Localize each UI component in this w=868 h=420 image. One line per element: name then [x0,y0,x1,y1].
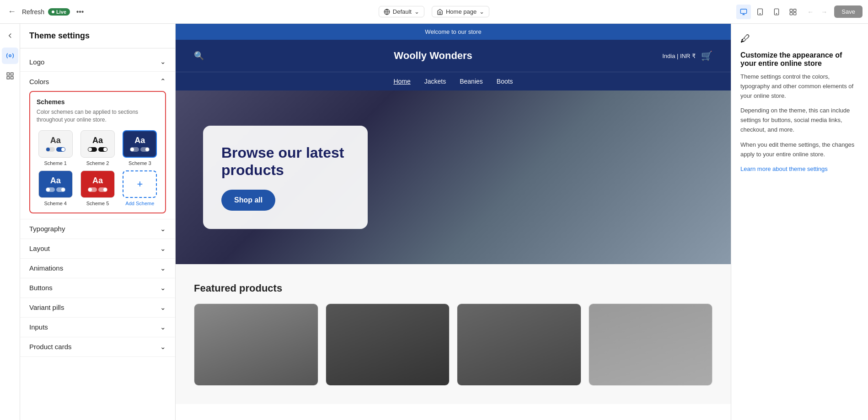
schemes-grid: Aa Scheme 1 [37,130,159,206]
live-badge: Live [48,8,70,16]
svg-rect-13 [7,77,9,79]
more-button[interactable]: ••• [74,5,86,18]
desktop-view-button[interactable] [736,5,751,19]
store-right: India | INR ₹ 🛒 [662,50,713,61]
section-item-buttons[interactable]: Buttons ⌄ [20,278,175,298]
region-selector[interactable]: India | INR ₹ [662,53,696,59]
rail-back-icon[interactable] [2,27,18,44]
default-label: Default [393,8,412,15]
featured-section: Featured products [176,264,731,404]
back-button[interactable]: ← [5,5,18,18]
section-item-logo[interactable]: Logo ⌄ [20,52,175,72]
scheme-card-2[interactable]: Aa Scheme 2 [79,130,116,166]
toggle-row-5 [88,187,107,192]
colors-header[interactable]: Colors ⌃ [29,77,166,85]
store-nav: 🔍 Woolly Wonders India | INR ₹ 🛒 [176,40,731,72]
right-title: Customize the appearance of your entire … [740,51,859,68]
svg-rect-9 [794,12,796,15]
announcement-text: Welcome to our store [425,28,481,35]
left-panel: Theme settings Logo ⌄ Colors ⌃ Schemes C… [20,24,176,420]
section-item-animations[interactable]: Animations ⌄ [20,259,175,278]
chevron-down-icon-layout: ⌄ [160,245,166,253]
scheme-preview-1: Aa [38,130,73,158]
logo-label: Logo [29,58,44,66]
hero-bg: Browse our latest products Shop all [176,90,731,264]
hero-card: Browse our latest products Shop all [203,126,368,229]
default-selector[interactable]: Default ⌄ [379,6,424,17]
right-body-2: Depending on the theme, this can include… [740,106,859,134]
product-card-3[interactable] [457,303,581,386]
product-card-2[interactable] [326,303,450,386]
add-scheme-preview: + [123,170,157,198]
scheme-card-3[interactable]: Aa Scheme 3 [121,130,159,166]
learn-more-link[interactable]: Learn more about theme settings [740,165,828,172]
mobile-view-button[interactable] [769,5,784,19]
typography-label: Typography [29,225,65,233]
products-grid [194,303,713,386]
add-scheme-card[interactable]: + Add Scheme [121,170,159,206]
rail-sections-icon[interactable] [2,68,18,84]
svg-rect-8 [790,12,793,15]
svg-rect-11 [7,73,9,75]
panel-header: Theme settings [20,24,175,48]
chevron-up-icon-colors: ⌃ [160,77,166,85]
variant-pills-header: Variant pills ⌄ [29,303,166,312]
svg-point-10 [9,55,11,57]
scheme-5-label: Scheme 5 [86,201,109,206]
homepage-selector[interactable]: Home page ⌄ [432,6,489,17]
svg-rect-12 [11,73,13,75]
other-view-button[interactable] [786,5,800,19]
buttons-header: Buttons ⌄ [29,284,166,292]
section-item-inputs[interactable]: Inputs ⌄ [20,318,175,337]
store-logo: Woolly Wonders [394,50,472,62]
search-icon-store[interactable]: 🔍 [194,51,204,61]
save-button[interactable]: Save [834,5,863,18]
variant-pills-label: Variant pills [29,303,64,311]
section-item-layout[interactable]: Layout ⌄ [20,239,175,259]
product-card-4[interactable] [589,303,713,386]
scheme-preview-4: Aa [38,170,73,198]
section-item-product-cards[interactable]: Product cards ⌄ [20,337,175,357]
redo-button[interactable]: → [818,5,830,18]
store-menu: Home Jackets Beanies Boots [176,72,731,90]
scheme-card-4[interactable]: Aa Scheme 4 [37,170,74,206]
center-preview: Welcome to our store 🔍 Woolly Wonders In… [176,24,731,420]
hero-cta-button[interactable]: Shop all [221,190,275,211]
nav-beanies[interactable]: Beanies [460,78,483,85]
right-body-1: Theme settings control the colors, typog… [740,72,859,101]
animations-header: Animations ⌄ [29,264,166,272]
nav-boots[interactable]: Boots [497,78,513,85]
chevron-down-icon-logo: ⌄ [160,58,166,66]
chevron-down-icon-product-cards: ⌄ [160,343,166,351]
nav-jackets[interactable]: Jackets [424,78,446,85]
scheme-card-1[interactable]: Aa Scheme 1 [37,130,74,166]
scheme-preview-5: Aa [80,170,115,198]
section-item-typography[interactable]: Typography ⌄ [20,219,175,239]
svg-rect-1 [741,9,747,13]
svg-rect-14 [11,77,13,79]
scheme-3-label: Scheme 3 [129,160,151,166]
hero-section: Browse our latest products Shop all [176,90,731,264]
layout-label: Layout [29,245,50,252]
schemes-desc: Color schemes can be applied to sections… [37,108,159,124]
inputs-label: Inputs [29,323,48,331]
tablet-view-button[interactable] [753,5,767,19]
toggle-row-3 [130,147,150,152]
topbar-left: ← Refresh Live ••• [5,5,289,18]
main-layout: Theme settings Logo ⌄ Colors ⌃ Schemes C… [0,24,868,420]
rail-theme-icon[interactable] [2,48,18,64]
nav-home[interactable]: Home [393,78,410,85]
scheme-card-5[interactable]: Aa Scheme 5 [79,170,116,206]
icon-rail [0,24,20,420]
cart-icon[interactable]: 🛒 [701,50,713,61]
chevron-down-icon-typography: ⌄ [160,225,166,233]
product-card-1[interactable] [194,303,318,386]
topbar-right: ← → Save [579,5,863,19]
undo-button[interactable]: ← [804,5,817,18]
section-item-variant-pills[interactable]: Variant pills ⌄ [20,298,175,318]
svg-rect-7 [794,9,796,11]
svg-point-5 [777,13,777,14]
right-panel: 🖊 Customize the appearance of your entir… [731,24,868,420]
buttons-label: Buttons [29,284,53,292]
colors-label: Colors [29,78,49,85]
